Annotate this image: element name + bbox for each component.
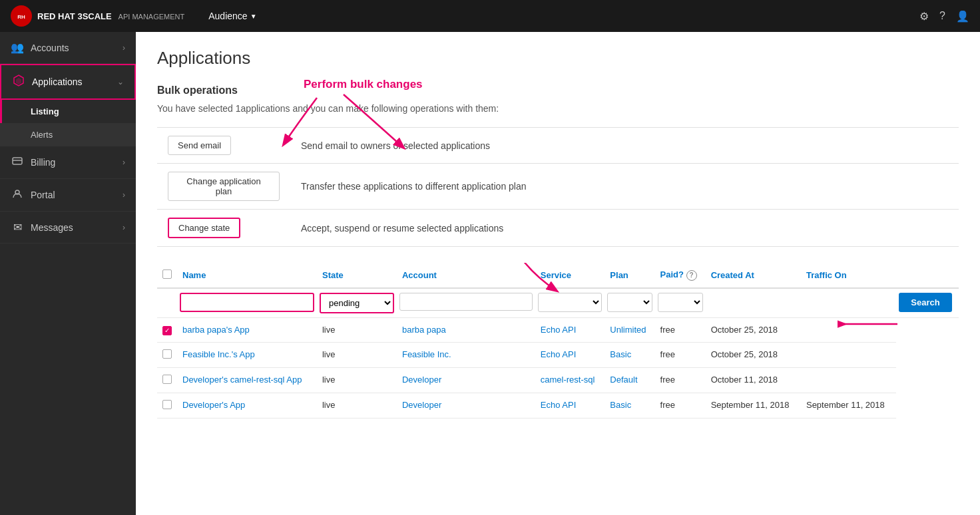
sidebar-item-applications[interactable]: Applications ⌄	[0, 64, 136, 100]
billing-icon	[11, 156, 24, 169]
account-link-1[interactable]: barba papa	[402, 325, 446, 335]
gear-icon[interactable]: ⚙	[919, 10, 929, 23]
svg-rect-4	[13, 158, 22, 164]
plan-link-2[interactable]: Basic	[610, 349, 631, 359]
th-account: Account	[397, 263, 535, 288]
service-link-2[interactable]: Echo API	[541, 349, 576, 359]
brand-text: RED HAT 3SCALE API MANAGEMENT	[37, 11, 184, 21]
messages-icon: ✉	[11, 221, 24, 234]
table-row: Developer's App live Developer Echo API …	[157, 393, 959, 418]
account-link-3[interactable]: Developer	[402, 375, 441, 385]
service-link-4[interactable]: Echo API	[541, 400, 576, 410]
th-traffic-on: Traffic On	[801, 263, 896, 288]
bulk-op-change-state: Change state Accept, suspend or resume s…	[157, 210, 959, 247]
sidebar-item-billing[interactable]: Billing ›	[0, 146, 136, 179]
brand: RH RED HAT 3SCALE API MANAGEMENT	[11, 5, 184, 27]
chevron-right-icon: ›	[122, 43, 125, 53]
top-navigation: RH RED HAT 3SCALE API MANAGEMENT Audienc…	[0, 0, 980, 32]
select-all-checkbox[interactable]	[162, 269, 172, 279]
sidebar-item-accounts[interactable]: 👥 Accounts ›	[0, 32, 136, 64]
bulk-op-change-plan: Change application plan Transfer these a…	[157, 164, 959, 210]
page-title: Applications	[157, 48, 959, 69]
table-row: ✓ barba papa's App live barba papa Echo …	[157, 318, 959, 343]
account-link-4[interactable]: Developer	[402, 400, 441, 410]
plan-filter-select[interactable]	[607, 293, 652, 312]
sidebar-item-messages[interactable]: ✉ Messages ›	[0, 212, 136, 244]
svg-marker-3	[16, 78, 21, 85]
app-name-link-2[interactable]: Feasible Inc.'s App	[182, 349, 255, 359]
chevron-down-icon: ▼	[250, 13, 257, 20]
th-name: Name	[177, 263, 317, 288]
state-filter-select[interactable]: pending live suspended	[320, 293, 394, 313]
row-checkbox-1[interactable]: ✓	[162, 326, 172, 335]
applications-table: Name State Account Service Plan Paid? ? …	[157, 263, 959, 419]
chevron-down-icon: ⌄	[117, 77, 124, 86]
applications-icon	[12, 75, 25, 89]
send-email-description: Send email to owners of selected applica…	[301, 140, 490, 151]
topnav-icons: ⚙ ? 👤	[919, 10, 969, 23]
account-filter-input[interactable]	[399, 293, 533, 311]
send-email-button[interactable]: Send email	[168, 136, 231, 155]
bulk-op-send-email: Send email Send email to owners of selec…	[157, 128, 959, 164]
change-state-description: Accept, suspend or resume selected appli…	[301, 223, 503, 234]
th-search	[896, 263, 959, 288]
th-plan: Plan	[605, 263, 654, 288]
filter-row: pending live suspended	[157, 288, 959, 318]
change-plan-description: Transfer these applications to different…	[301, 181, 527, 192]
bulk-operations-table: Send email Send email to owners of selec…	[157, 127, 959, 247]
change-state-button[interactable]: Change state	[168, 218, 240, 238]
main-content: Applications Bulk operations You have se…	[136, 32, 980, 515]
plan-link-1[interactable]: Unlimited	[610, 325, 646, 335]
service-filter-select[interactable]	[538, 293, 603, 312]
topnav-menu: Audience ▼	[200, 7, 919, 25]
paid-help-icon[interactable]: ?	[686, 270, 697, 281]
plan-link-4[interactable]: Basic	[610, 400, 631, 410]
row-checkbox-3[interactable]	[162, 375, 172, 384]
applications-table-wrapper: Filter for the required state Name State…	[157, 263, 959, 419]
row-checkbox-2[interactable]	[162, 349, 172, 359]
user-icon[interactable]: 👤	[956, 10, 969, 23]
table-row: Developer's camel-rest-sql App live Deve…	[157, 367, 959, 393]
accounts-icon: 👥	[11, 41, 24, 54]
table-row: Feasible Inc.'s App live Feasible Inc. E…	[157, 342, 959, 367]
chevron-right-icon: ›	[122, 223, 125, 232]
table-header-row: Name State Account Service Plan Paid? ? …	[157, 263, 959, 288]
search-button[interactable]: Search	[899, 293, 951, 312]
bulk-section-title: Bulk operations	[157, 85, 959, 96]
brand-logo: RH	[11, 5, 32, 27]
th-checkbox	[157, 263, 177, 288]
main-layout: 👥 Accounts › Applications ⌄ Listing	[0, 32, 980, 515]
portal-icon	[11, 188, 24, 202]
th-state: State	[317, 263, 397, 288]
name-filter-input[interactable]	[180, 293, 314, 312]
sidebar-item-listing[interactable]: Listing	[0, 100, 136, 123]
th-paid: Paid? ?	[655, 263, 706, 288]
audience-menu[interactable]: Audience ▼	[200, 7, 264, 25]
app-name-link-1[interactable]: barba papa's App	[182, 325, 250, 335]
th-service: Service	[535, 263, 605, 288]
app-name-link-4[interactable]: Developer's App	[182, 400, 245, 410]
applications-sub-menu: Listing Alerts	[0, 100, 136, 146]
change-application-plan-button[interactable]: Change application plan	[168, 172, 280, 201]
sidebar: 👥 Accounts › Applications ⌄ Listing	[0, 32, 136, 515]
sidebar-item-alerts[interactable]: Alerts	[0, 123, 136, 146]
account-link-2[interactable]: Feasible Inc.	[402, 349, 451, 359]
service-link-3[interactable]: camel-rest-sql	[541, 375, 595, 385]
service-link-1[interactable]: Echo API	[541, 325, 576, 335]
sidebar-item-portal[interactable]: Portal ›	[0, 179, 136, 212]
app-name-link-3[interactable]: Developer's camel-rest-sql App	[182, 375, 302, 385]
chevron-right-icon: ›	[122, 158, 125, 167]
chevron-right-icon: ›	[122, 190, 125, 200]
bulk-description: You have selected 1applications and you …	[157, 103, 959, 114]
th-created-at: Created At	[706, 263, 801, 288]
row-checkbox-4[interactable]	[162, 400, 172, 409]
plan-link-3[interactable]: Default	[610, 375, 637, 385]
bulk-operations-section: Bulk operations You have selected 1appli…	[157, 85, 959, 247]
help-icon[interactable]: ?	[939, 10, 945, 22]
svg-text:RH: RH	[17, 14, 25, 20]
paid-filter-select[interactable]	[658, 293, 703, 312]
